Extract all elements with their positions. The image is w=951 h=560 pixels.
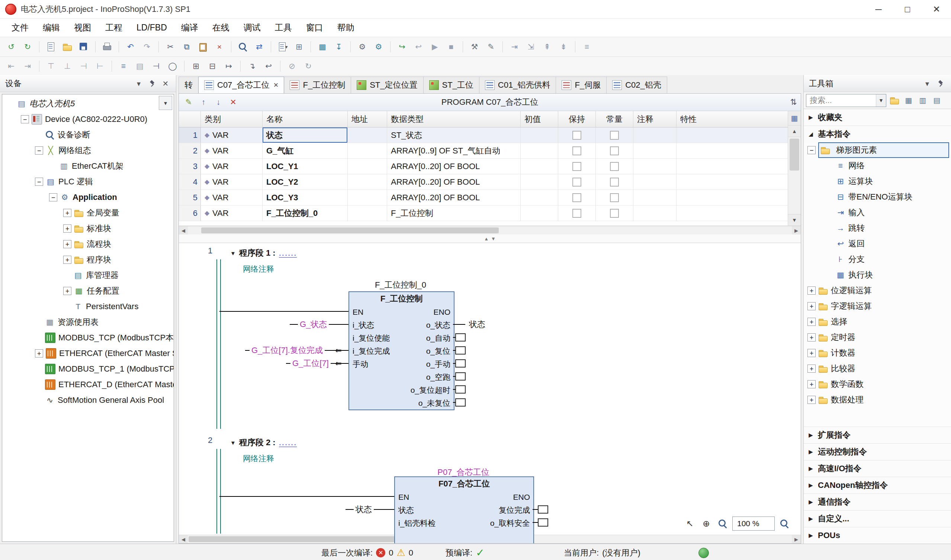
menu-10[interactable]: 帮助 (330, 18, 361, 37)
toolbox-section-bottom-2[interactable]: ▶高速I/O指令 (804, 460, 951, 477)
tree-expander-icon[interactable]: − (49, 193, 57, 202)
new-object-icon[interactable]: ▾ (275, 39, 291, 55)
editor-splitter[interactable]: ▲▼ (179, 234, 801, 243)
operand-label[interactable]: 状态 (467, 319, 487, 330)
toolbox-view-large-button[interactable]: ▦ (903, 94, 914, 106)
outdent-icon[interactable]: ⇤ (3, 58, 19, 74)
insert-comment-icon[interactable]: ▤ (132, 58, 148, 74)
step-over-icon[interactable]: ⇥ (506, 39, 523, 55)
toolbox-item-1[interactable]: ≡网络 (804, 158, 951, 174)
retain-checkbox[interactable] (573, 162, 581, 171)
network-comment[interactable]: 网络注释 (243, 264, 274, 274)
tree-expander-icon[interactable]: + (807, 333, 816, 342)
login-icon[interactable]: ↪ (394, 39, 410, 55)
fit-page-icon[interactable] (778, 517, 791, 530)
scroll-right-icon[interactable]: ▶ (792, 535, 801, 543)
new-file-icon[interactable] (43, 39, 59, 55)
table-view-icon[interactable]: ▦ (788, 111, 801, 126)
var-name-cell[interactable]: LOC_Y1 (262, 158, 348, 174)
menu-9[interactable]: 窗口 (299, 18, 330, 37)
tree-expander-icon[interactable]: − (35, 146, 43, 155)
var-init-cell[interactable] (521, 206, 558, 221)
var-scope-cell[interactable]: ◆VAR (201, 174, 262, 190)
menu-3[interactable]: 工程 (98, 18, 130, 37)
constant-checkbox[interactable] (610, 131, 619, 140)
var-scope-cell[interactable]: ◆VAR (201, 158, 262, 174)
var-attribute-cell[interactable] (676, 174, 788, 190)
tree-expander-icon[interactable]: + (807, 302, 816, 310)
toolbox-section-bottom-5[interactable]: ▶自定义... (804, 510, 951, 527)
tree-item--5[interactable]: ▤电芯入壳机5 (2, 96, 174, 111)
find-replace-icon[interactable]: ⇄ (251, 39, 267, 55)
tree-expander-icon[interactable]: + (35, 349, 43, 357)
var-address-cell[interactable] (348, 190, 387, 206)
tree-expander-icon[interactable]: − (807, 146, 816, 154)
toolbox-item-15[interactable]: +数学函数 (804, 377, 951, 392)
var-comment-cell[interactable] (633, 128, 676, 143)
menu-2[interactable]: 视图 (67, 18, 98, 37)
menu-5[interactable]: 编译 (174, 18, 205, 37)
tree-item--[interactable]: +程序块 (2, 252, 174, 268)
tree-expander-icon[interactable]: − (35, 178, 43, 186)
selected-toolbox-item[interactable]: 梯形图元素 (818, 142, 949, 158)
toolbox-item-10[interactable]: +字逻辑运算 (804, 298, 951, 314)
var-attribute-cell[interactable] (676, 190, 788, 206)
constant-checkbox[interactable] (610, 146, 619, 155)
tree-item-application[interactable]: −⚙Application (2, 189, 174, 205)
toolbox-item-3[interactable]: ⊟带EN/ENO运算块 (804, 189, 951, 205)
tab-1[interactable]: C07_合芯工位× (198, 77, 284, 93)
var-scope-cell[interactable]: ◆VAR (201, 128, 262, 143)
tree-item-persistentvars[interactable]: TPersistentVars (2, 299, 174, 314)
tree-item-ethercat-[interactable]: ▥EtherCAT机架 (2, 158, 174, 174)
tree-expander-icon[interactable]: + (63, 225, 71, 232)
tab-2[interactable]: F_工位控制 (284, 77, 351, 93)
tree-expander-icon[interactable]: + (63, 255, 71, 264)
step-out-icon[interactable]: ⇞ (539, 39, 555, 55)
pin-icon[interactable] (934, 77, 947, 90)
menu-1[interactable]: 编辑 (36, 18, 67, 37)
retain-checkbox[interactable] (573, 146, 581, 155)
var-type-cell[interactable]: ARRAY[0..20] OF BOOL (387, 158, 521, 174)
insert-variable-icon[interactable]: ✎ (182, 95, 195, 109)
find-icon[interactable] (235, 39, 251, 55)
variable-row-6[interactable]: 6◆VARF_工位控制_0F_工位控制 (179, 206, 788, 221)
variable-row-1[interactable]: 1◆VAR状态ST_状态 (179, 128, 788, 143)
menu-7[interactable]: 调试 (236, 18, 268, 37)
minimize-button[interactable]: ─ (864, 0, 893, 18)
constant-checkbox[interactable] (610, 209, 619, 218)
tree-expander-icon[interactable]: + (807, 365, 816, 373)
var-scope-cell[interactable]: ◆VAR (201, 206, 262, 221)
toolbox-view-small-button[interactable]: ▥ (917, 94, 929, 106)
tree-expander-icon[interactable]: + (807, 349, 816, 357)
retain-checkbox[interactable] (573, 209, 581, 218)
var-address-cell[interactable] (348, 158, 387, 174)
output-connection-box[interactable] (455, 333, 466, 342)
output-connection-box[interactable] (538, 518, 548, 526)
edit-object-icon[interactable]: ✎ (483, 39, 499, 55)
tree-item--[interactable]: +标准块 (2, 221, 174, 236)
close-icon[interactable]: × (274, 80, 279, 90)
toolbox-folder-button[interactable] (889, 94, 900, 106)
variable-row-4[interactable]: 4◆VARLOC_Y2ARRAY[0..20] OF BOOL (179, 174, 788, 190)
tree-item--[interactable]: ▦资源使用表 (2, 314, 174, 330)
cut-icon[interactable]: ✂ (162, 39, 179, 55)
toolbox-search-input[interactable]: 搜索... ▼ (806, 94, 886, 107)
menu-6[interactable]: 在线 (205, 18, 236, 37)
step-into-icon[interactable]: ⇲ (523, 39, 539, 55)
logout-icon[interactable]: ↩ (410, 39, 427, 55)
insert-coil-icon[interactable]: ◯ (164, 58, 181, 74)
nav-forward-icon[interactable]: ↻ (19, 39, 36, 55)
tree-expander-icon[interactable]: + (807, 396, 816, 404)
nav-back-icon[interactable]: ↺ (3, 39, 19, 55)
var-attribute-cell[interactable] (676, 143, 788, 158)
toolbox-section-1[interactable]: ◢基本指令 (804, 126, 951, 142)
toolbox-section-bottom-6[interactable]: ▶POUs (804, 527, 951, 544)
retain-checkbox[interactable] (573, 193, 581, 202)
options-icon[interactable]: ⚒ (466, 39, 483, 55)
insert-box-right-icon[interactable]: ⊢ (92, 58, 108, 74)
tree-item-ethercat-ethercat-master-so[interactable]: +ETHERCAT (EtherCAT Master So (2, 346, 174, 361)
run-icon[interactable]: ▶ (427, 39, 443, 55)
var-attribute-cell[interactable] (676, 128, 788, 143)
var-scope-cell[interactable]: ◆VAR (201, 143, 262, 158)
tree-item--[interactable]: +▦任务配置 (2, 283, 174, 299)
